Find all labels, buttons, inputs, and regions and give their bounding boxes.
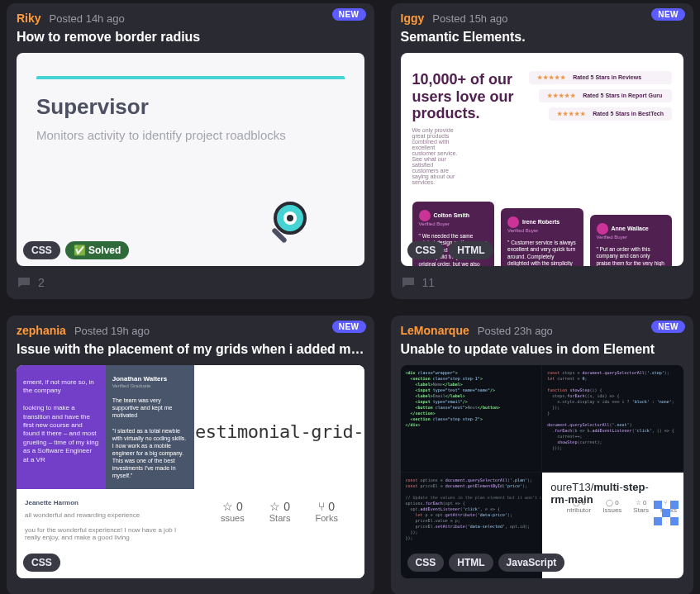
author-link[interactable]: Iggy xyxy=(401,12,425,25)
post-card[interactable]: NEW LeMonarque Posted 23h ago Unable to … xyxy=(391,316,693,594)
card-header: Iggy Posted 15h ago xyxy=(401,12,683,25)
comments-number: 11 xyxy=(422,276,436,289)
comments-number: 2 xyxy=(38,276,45,289)
card-header: LeMonarque Posted 23h ago xyxy=(401,324,683,337)
preview-headline: 10,000+ of our users love our products. xyxy=(412,71,515,122)
identicon-icon xyxy=(654,501,679,525)
repo-stats: ☆ 0ssues ☆ 0Stars ⑂ 0Forks xyxy=(221,500,338,523)
rating-pill: ★★★★★Rated 5 Stars in BestTech xyxy=(549,107,672,121)
post-title[interactable]: Semantic Elements. xyxy=(401,30,683,45)
preview-sub: We only provide great products combined … xyxy=(412,127,459,185)
preview-repo-panel: estimonial-grid- ☆ 0ssues ☆ 0Stars ⑂ 0Fo… xyxy=(194,365,364,578)
card-header: zephania Posted 19h ago xyxy=(17,324,364,337)
post-title[interactable]: Issue with the placement of my grids whe… xyxy=(17,342,364,357)
tag-solved: ✅ Solved xyxy=(65,241,130,259)
preview-description: Monitors activity to identify project ro… xyxy=(36,126,345,144)
tags-row: CSS HTML xyxy=(407,241,493,259)
tags-row: CSS ✅ Solved xyxy=(23,241,129,259)
testimonial-card: Anne WallaceVerified Buyer" Put an order… xyxy=(590,215,672,266)
new-badge: NEW xyxy=(332,8,366,21)
post-preview[interactable]: Supervisor Monitors activity to identify… xyxy=(17,53,364,266)
tag-css[interactable]: CSS xyxy=(23,241,60,259)
author-link[interactable]: LeMonarque xyxy=(401,324,469,337)
svg-point-2 xyxy=(287,215,293,221)
posted-time: Posted 15h ago xyxy=(432,12,507,25)
rating-pill: ★★★★★Rated 5 Stars in Reviews xyxy=(529,71,672,84)
post-title[interactable]: Unable to update values in dom Element xyxy=(401,342,683,357)
comment-icon xyxy=(17,276,31,289)
card-header: Riky Posted 14h ago xyxy=(17,12,364,25)
post-card[interactable]: NEW zephania Posted 19h ago Issue with t… xyxy=(7,316,374,594)
code-pane: const steps = document.querySelectorAll(… xyxy=(542,365,683,472)
tag-css[interactable]: CSS xyxy=(23,554,60,572)
post-preview[interactable]: <div class="wrapper"> <section class="st… xyxy=(401,365,683,578)
preview-tile: Jonathan Walters Verified Graduate The t… xyxy=(106,365,195,489)
new-badge: NEW xyxy=(651,8,685,21)
magnifier-icon xyxy=(265,200,315,249)
new-badge: NEW xyxy=(332,321,366,333)
posted-time: Posted 14h ago xyxy=(50,12,125,25)
tag-css[interactable]: CSS xyxy=(407,241,445,259)
tags-row: CSS xyxy=(23,554,60,572)
post-preview[interactable]: 10,000+ of our users love our products. … xyxy=(401,53,683,266)
post-grid: NEW Riky Posted 14h ago How to remove bo… xyxy=(7,3,693,594)
rating-pill: ★★★★★Rated 5 Stars in Report Guru xyxy=(539,89,672,102)
tag-html[interactable]: HTML xyxy=(449,241,493,259)
comments-count[interactable]: 2 xyxy=(17,276,364,289)
author-link[interactable]: zephania xyxy=(17,324,66,337)
tag-html[interactable]: HTML xyxy=(449,554,493,572)
posted-time: Posted 23h ago xyxy=(478,325,553,337)
testimonial-card: Irene RobertsVerified Buyer" Customer se… xyxy=(501,208,583,266)
ratings-column: ★★★★★Rated 5 Stars in Reviews ★★★★★Rated… xyxy=(529,71,672,185)
repo-name-fragment: estimonial-grid- xyxy=(195,421,364,442)
code-pane: <div class="wrapper"> <section class="st… xyxy=(401,365,542,472)
comment-icon xyxy=(401,276,416,289)
posted-time: Posted 19h ago xyxy=(74,325,150,337)
post-card[interactable]: NEW Riky Posted 14h ago How to remove bo… xyxy=(7,3,374,299)
post-preview[interactable]: ement, if not more so, in the company lo… xyxy=(17,365,364,578)
new-badge: NEW xyxy=(651,321,685,333)
preview-heading: Supervisor xyxy=(36,94,345,120)
accent-bar xyxy=(36,76,345,79)
author-link[interactable]: Riky xyxy=(17,12,41,25)
comments-count[interactable]: 11 xyxy=(401,276,683,289)
post-card[interactable]: NEW Iggy Posted 15h ago Semantic Element… xyxy=(391,3,693,299)
tag-css[interactable]: CSS xyxy=(407,554,445,572)
tags-row: CSS HTML JavaScript xyxy=(407,554,565,572)
preview-tile: ement, if not more so, in the company lo… xyxy=(17,365,106,489)
tag-js[interactable]: JavaScript xyxy=(498,554,565,572)
post-title[interactable]: How to remove border radius xyxy=(17,30,364,45)
